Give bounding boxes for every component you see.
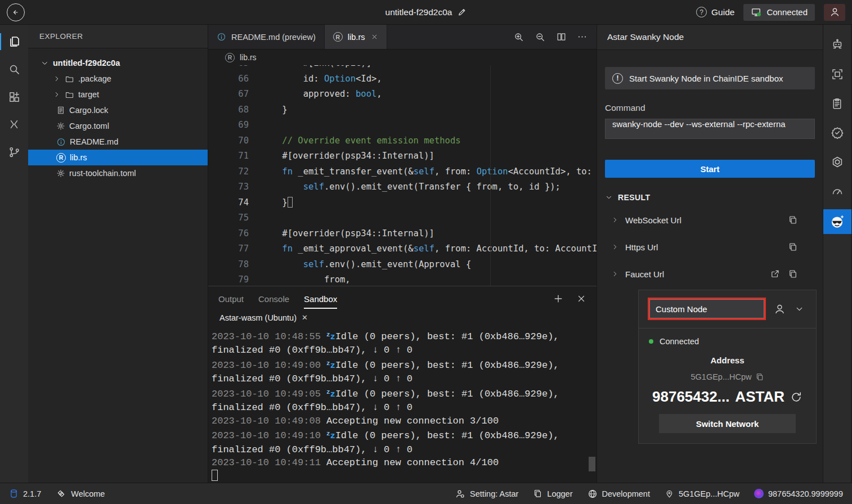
clipboard-icon	[831, 97, 844, 110]
close-panel-icon[interactable]	[576, 294, 586, 304]
start-button[interactable]: Start	[605, 160, 815, 178]
rail-badge-check[interactable]	[823, 122, 851, 144]
account-avatar-button[interactable]	[824, 4, 845, 21]
panel-tab-output[interactable]: Output	[218, 294, 244, 309]
sandbox-notice-banner: ! Start Swanky Node in ChainIDE sandbox	[605, 67, 815, 89]
tree-root[interactable]: untitled-f29d2c0a	[28, 55, 208, 71]
result-header-label: RESULT	[618, 193, 650, 202]
info-icon	[217, 32, 226, 42]
rail-openai[interactable]	[823, 151, 851, 173]
version-label: 2.1.7	[23, 489, 41, 498]
copy-icon[interactable]	[788, 242, 798, 252]
node-selector[interactable]: Custom Node	[649, 299, 764, 318]
rail-frame[interactable]	[823, 63, 851, 86]
status-dot	[649, 339, 653, 344]
command-input[interactable]: swanky-node --dev --ws-external --rpc-ex…	[605, 119, 815, 139]
tree-item-package[interactable]: .package	[28, 71, 208, 87]
titlebar-actions: ? Guide Connected	[696, 4, 845, 21]
add-terminal-icon[interactable]	[553, 293, 564, 304]
breadcrumb[interactable]: R lib.rs	[208, 50, 597, 65]
tree-item-readme[interactable]: README.md	[28, 134, 208, 150]
connected-button[interactable]: Connected	[743, 4, 815, 21]
bottom-panel: Output Console Sandbox Astar-wasm (Ubunt…	[208, 286, 597, 483]
monitor-icon	[751, 7, 761, 17]
node-selector-row: Custom Node	[648, 298, 807, 320]
zoom-in-icon[interactable]	[513, 32, 524, 43]
welcome-label: Welcome	[71, 489, 105, 498]
result-section-header[interactable]: RESULT	[605, 193, 815, 202]
tree-item-lib-rs[interactable]: R lib.rs	[28, 150, 208, 165]
balance-item[interactable]: 987654320.9999999	[754, 489, 843, 499]
plugin-rail	[823, 25, 851, 483]
zoom-out-icon[interactable]	[535, 32, 546, 43]
copy-icon[interactable]	[788, 215, 798, 225]
logger-label: Logger	[547, 489, 572, 498]
rail-robot[interactable]	[823, 34, 851, 56]
activity-collapse-panels[interactable]	[0, 113, 28, 136]
switch-network-button[interactable]: Switch Network	[659, 414, 796, 433]
tree-item-target[interactable]: target	[28, 87, 208, 102]
tree-item-label: target	[78, 90, 99, 99]
panel-scrollbar-thumb[interactable]	[589, 457, 595, 471]
code-editor[interactable]: 65 #[ink(topic)]66 id: Option<Id>,67 app…	[208, 65, 597, 286]
close-icon[interactable]	[371, 33, 378, 40]
rail-clipboard[interactable]	[823, 92, 851, 115]
tree-item-label: README.md	[70, 137, 118, 146]
node-selector-highlight[interactable]: Custom Node	[648, 298, 766, 320]
sandbox-log: 2023-10-10 10:48:55 zzIdle (0 peers), be…	[208, 327, 575, 483]
more-actions-icon[interactable]	[577, 32, 588, 42]
account-icon[interactable]	[774, 303, 786, 315]
external-link-icon[interactable]	[770, 269, 780, 279]
chevron-right-icon	[611, 270, 619, 278]
version-item[interactable]: 2.1.7	[9, 488, 41, 499]
copy-icon[interactable]	[788, 269, 798, 279]
result-row-faucet[interactable]: Faucet Url	[605, 260, 815, 287]
activity-source-control[interactable]	[0, 141, 28, 163]
idle-zzz-icon: zz	[326, 360, 335, 371]
logger-item[interactable]: Logger	[533, 489, 572, 499]
split-editor-icon[interactable]	[556, 32, 567, 42]
activity-files[interactable]	[0, 30, 28, 53]
activity-extensions[interactable]	[0, 86, 28, 108]
session-tab-label: Astar-wasm (Ubuntu)	[219, 313, 297, 322]
panel-tab-console[interactable]: Console	[258, 294, 289, 309]
tree-item-cargo-lock[interactable]: Cargo.lock	[28, 102, 208, 118]
chevron-right-icon	[53, 75, 61, 83]
chevron-right-icon	[53, 91, 61, 98]
panel-tab-sandbox[interactable]: Sandbox	[304, 294, 337, 309]
refresh-icon[interactable]	[790, 391, 802, 403]
connected-label: Connected	[766, 7, 808, 17]
result-row-websocket[interactable]: WebSocket Url	[605, 206, 815, 233]
environment-item[interactable]: Development	[588, 489, 650, 499]
editor-tab-bar: README.md (preview) R lib.rs	[208, 25, 597, 50]
badge-check-icon	[831, 126, 844, 140]
rail-gauge[interactable]	[823, 180, 851, 202]
tree-item-label: .package	[78, 74, 111, 83]
tree-item-label: Cargo.lock	[69, 106, 108, 115]
tab-lib-rs[interactable]: R lib.rs	[325, 25, 388, 49]
account-pin-icon	[665, 489, 674, 498]
edit-pencil-icon[interactable]	[457, 7, 467, 17]
back-button[interactable]	[7, 3, 25, 21]
rail-swanky-active[interactable]	[823, 209, 851, 234]
idle-zzz-icon: zz	[326, 331, 335, 342]
tab-readme[interactable]: README.md (preview)	[208, 25, 325, 49]
custom-node-card: Custom Node Connected Address	[638, 290, 817, 444]
chevron-down-icon[interactable]	[795, 304, 804, 314]
code-lines: 65 #[ink(topic)]66 id: Option<Id>,67 app…	[208, 65, 597, 286]
tree-item-cargo-toml[interactable]: Cargo.toml	[28, 118, 208, 134]
account-item[interactable]: 5G1GEp...HCpw	[665, 489, 739, 499]
result-row-https[interactable]: Https Url	[605, 233, 815, 260]
gear-icon	[56, 169, 65, 178]
copy-icon[interactable]	[755, 372, 764, 381]
close-session-icon[interactable]: ✕	[302, 313, 308, 322]
guide-button[interactable]: ? Guide	[696, 7, 734, 17]
tree-item-rust-toolchain[interactable]: rust-toolchain.toml	[28, 165, 208, 181]
setting-item[interactable]: Setting: Astar	[455, 489, 518, 499]
sandbox-session-tab[interactable]: Astar-wasm (Ubuntu) ✕	[208, 309, 597, 327]
person-icon	[829, 7, 840, 17]
address-value: 5G1GEp...HCpw	[691, 372, 752, 381]
activity-search[interactable]	[0, 58, 28, 80]
address-label: Address	[648, 356, 807, 365]
welcome-item[interactable]: Welcome	[56, 488, 105, 499]
